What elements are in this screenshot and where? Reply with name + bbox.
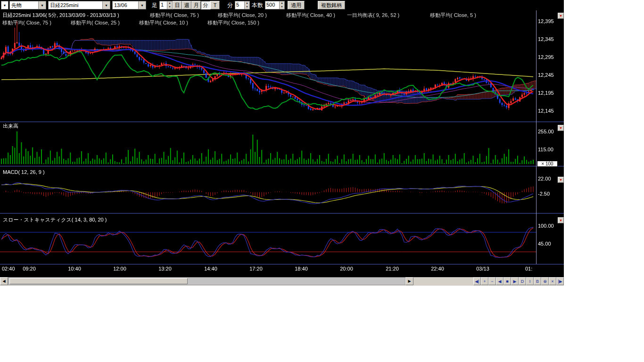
volume-panel-title: 出来高 <box>3 123 18 130</box>
legend-ma-75: 移動平均( Close, 75 ) <box>150 12 199 19</box>
minute-label: 分 <box>227 1 233 9</box>
macd-panel-title: MACD( 12, 26, 9 ) <box>3 169 45 175</box>
nav-left-button[interactable]: ◀ <box>496 277 504 285</box>
ashi-stepper[interactable]: 1 ▲▼ <box>159 1 173 9</box>
price-axis-label: 12,195 <box>538 90 554 96</box>
time-axis-label: 10:40 <box>68 266 81 272</box>
legend-row-1: 日経225mini 13/06( 5分, 2013/03/09 - 2013/0… <box>0 12 536 18</box>
nav-last-button[interactable]: |▶ <box>556 277 564 285</box>
volume-axis-label: 255.00 <box>538 129 554 134</box>
time-axis-label: 22:40 <box>431 266 444 272</box>
symbol-dropdown[interactable]: 日経225mini ▼ <box>48 1 110 9</box>
period-week-button[interactable]: 週 <box>182 1 191 9</box>
apply-button[interactable]: 適用 <box>288 1 305 9</box>
price-axis-label: 12,295 <box>538 54 554 60</box>
chart-area: 日経225mini 13/06( 5分, 2013/03/09 - 2013/0… <box>0 10 564 277</box>
mode-i-button[interactable]: I <box>526 277 534 285</box>
time-axis-label: 02:40 <box>2 266 15 272</box>
nav-first-button[interactable]: ◀| <box>473 277 481 285</box>
contract-dropdown-value: 13/06 <box>113 2 138 8</box>
stoch-axis-label: 100.00 <box>538 223 554 229</box>
symbol-dropdown-value: 日経225mini <box>49 2 102 9</box>
triangle-down-icon: ▼ <box>559 178 562 181</box>
spin-down-icon[interactable]: ▼ <box>280 5 284 9</box>
time-axis-label: 13:20 <box>158 266 172 272</box>
period-minute-button[interactable]: 分 <box>201 1 210 9</box>
legend-ma-5: 移動平均( Close, 5 ) <box>430 12 476 19</box>
zoom-out-button[interactable]: − <box>488 277 496 285</box>
zoom-in-button[interactable]: + <box>481 277 488 285</box>
chevron-down-icon[interactable]: ▼ <box>102 1 110 9</box>
time-axis-label: 09:20 <box>23 266 36 272</box>
macd-panel-arrow-button[interactable]: ▼ <box>558 177 564 183</box>
scroll-right-button[interactable]: ▶ <box>405 277 413 285</box>
macd-axis-label: -2.50 <box>538 191 550 197</box>
scrollbar-track[interactable] <box>8 277 405 285</box>
scrollbar-thumb[interactable] <box>9 278 188 284</box>
triangle-down-icon: ▼ <box>559 126 562 130</box>
play-button[interactable]: ▶ <box>511 277 519 285</box>
panel-selector-dropdown[interactable]: ▼ <box>1 1 8 9</box>
volume-panel-arrow-button[interactable]: ▼ <box>558 125 564 131</box>
mode-d-button[interactable]: D <box>519 277 526 285</box>
bars-stepper-value[interactable]: 500 <box>265 1 279 9</box>
horizontal-scrollbar: ◀ ▶ ◀| + − ◀ ■ ▶ D I B ⊕ × |▶ <box>0 277 564 286</box>
legend-ma-25: 移動平均( Close, 25 ) <box>71 19 120 26</box>
time-axis-label: 17:20 <box>249 266 263 272</box>
category-dropdown-value: 先物 <box>10 2 38 9</box>
chart-application-window: ▼ 先物 ▼ 日経225mini ▼ 13/06 ▼ 足 1 ▲▼ 日 週 月 … <box>0 0 564 286</box>
stepper-arrows[interactable]: ▲▼ <box>244 1 249 9</box>
time-axis-label: 03/13 <box>476 266 489 272</box>
stepper-arrows[interactable]: ▲▼ <box>167 1 172 9</box>
spin-down-icon[interactable]: ▼ <box>167 5 172 9</box>
category-dropdown[interactable]: 先物 ▼ <box>9 1 46 9</box>
close-button[interactable]: × <box>549 277 556 285</box>
spin-down-icon[interactable]: ▼ <box>245 5 249 9</box>
macd-axis-label: 22.00 <box>538 176 551 181</box>
legend-row-2: 移動平均( Close, 75 ) 移動平均( Close, 25 ) 移動平均… <box>0 19 536 26</box>
period-day-button[interactable]: 日 <box>173 1 182 9</box>
bars-stepper[interactable]: 500 ▲▼ <box>265 1 285 9</box>
chart-canvas[interactable] <box>0 10 564 277</box>
triangle-down-icon: ▼ <box>559 219 562 222</box>
legend-ma-40: 移動平均( Close, 40 ) <box>286 12 335 19</box>
chart-title: 日経225mini 13/06( 5分, 2013/03/09 - 2013/0… <box>2 12 119 19</box>
time-axis-label: 01: <box>525 266 532 272</box>
bars-label: 本数 <box>252 1 263 9</box>
ashi-stepper-value[interactable]: 1 <box>160 1 167 9</box>
spin-up-icon[interactable]: ▲ <box>280 1 284 5</box>
contract-dropdown[interactable]: 13/06 ▼ <box>112 1 146 9</box>
spin-up-icon[interactable]: ▲ <box>167 1 172 5</box>
chevron-down-icon[interactable]: ▼ <box>138 1 146 9</box>
crosshair-button[interactable]: ⊕ <box>541 277 549 285</box>
period-tick-button[interactable]: T <box>210 1 220 9</box>
multi-symbol-button[interactable]: 複数銘柄 <box>318 1 345 9</box>
price-axis-label: 12,345 <box>538 36 554 42</box>
toolbar: ▼ 先物 ▼ 日経225mini ▼ 13/06 ▼ 足 1 ▲▼ 日 週 月 … <box>0 0 564 10</box>
minute-stepper[interactable]: 5 ▲▼ <box>235 1 250 9</box>
chart-nav-cluster: ◀| + − ◀ ■ ▶ D I B ⊕ × |▶ <box>473 277 564 285</box>
time-axis-label: 21:20 <box>386 266 399 272</box>
scroll-right-icon: ▶ <box>408 279 411 283</box>
chevron-down-icon[interactable]: ▼ <box>38 1 46 9</box>
triangle-down-icon: ▼ <box>559 14 562 17</box>
stop-button[interactable]: ■ <box>504 277 511 285</box>
time-axis-label: 20:00 <box>340 266 353 272</box>
legend-ma-10: 移動平均( Close, 10 ) <box>139 19 188 26</box>
stoch-panel-arrow-button[interactable]: ▼ <box>558 217 564 223</box>
stepper-arrows[interactable]: ▲▼ <box>279 1 284 9</box>
time-axis-label: 14:40 <box>204 266 217 272</box>
page-background: ▼ 先物 ▼ 日経225mini ▼ 13/06 ▼ 足 1 ▲▼ 日 週 月 … <box>0 0 644 362</box>
minute-stepper-value[interactable]: 5 <box>235 1 244 9</box>
scroll-left-icon: ◀ <box>2 279 5 283</box>
ashi-label: 足 <box>152 1 157 9</box>
scroll-left-button[interactable]: ◀ <box>0 277 8 285</box>
mode-b-button[interactable]: B <box>534 277 541 285</box>
volume-axis-label: 115.00 <box>538 147 553 152</box>
legend-ma-20: 移動平均( Close, 20 ) <box>218 12 267 19</box>
price-panel-arrow-button[interactable]: ▼ <box>558 13 564 19</box>
spin-up-icon[interactable]: ▲ <box>245 1 249 5</box>
period-month-button[interactable]: 月 <box>191 1 201 9</box>
time-axis-label: 12:00 <box>113 266 126 272</box>
volume-multiplier-badge: × 100 <box>537 161 558 167</box>
